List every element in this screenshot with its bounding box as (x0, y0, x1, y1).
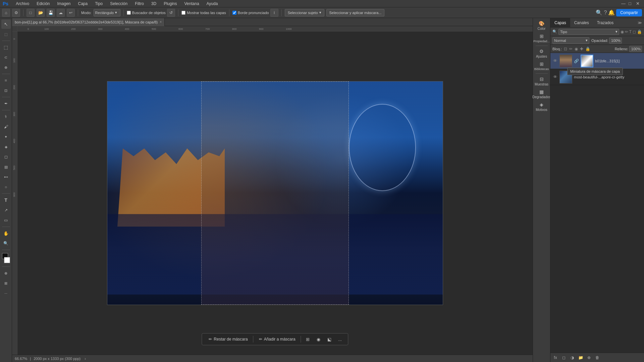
lasso-tool[interactable]: ⊂ (1, 53, 11, 62)
history-tool[interactable]: ◈ (1, 142, 11, 152)
patterns-panel-button[interactable]: ◈ Motivos (535, 101, 548, 113)
help-button[interactable]: ? (604, 10, 607, 16)
mask-copy-button[interactable]: ⊞ (304, 335, 312, 343)
eyedropper-tool[interactable]: ✒ (1, 99, 11, 108)
layer-1-visibility[interactable]: 👁 (552, 74, 558, 79)
layers-icon3[interactable]: T (629, 29, 632, 34)
maximize-button[interactable]: □ (629, 1, 634, 6)
search-button[interactable]: 🔍 (596, 9, 602, 16)
layer-add-button[interactable]: ⊕ (585, 354, 593, 361)
eraser-tool[interactable]: ◻ (1, 152, 11, 162)
hand-tool[interactable]: ✋ (1, 229, 11, 238)
tab-close-button[interactable]: × (160, 20, 162, 24)
mask-more-button[interactable]: ... (336, 335, 344, 343)
frame-tool[interactable]: ⊡ (1, 86, 11, 95)
lock-all-icon[interactable]: 🔒 (585, 47, 590, 51)
subtract-mask-button[interactable]: ✏ Restar de máscara (206, 336, 250, 343)
menu-ventana[interactable]: Ventana (183, 1, 201, 7)
lock-art-icon[interactable]: ◉ (575, 47, 578, 51)
menu-tipo[interactable]: Tipo (94, 1, 104, 7)
layer-row-0[interactable]: 👁 🔗 b01bfe...315[1] (550, 53, 644, 69)
layers-panel-collapse[interactable]: ≫ (638, 20, 642, 25)
close-button[interactable]: ✕ (636, 1, 641, 6)
minimize-button[interactable]: — (621, 1, 627, 6)
libraries-panel-button[interactable]: ⊞ Bibliotecas (535, 60, 548, 72)
menu-capa[interactable]: Capa (77, 1, 89, 7)
menu-3d[interactable]: 3D (150, 1, 158, 7)
type-tool[interactable]: T (1, 195, 11, 205)
layers-tab-canales[interactable]: Canales (570, 18, 593, 27)
zoom-tool[interactable]: 🔍 (1, 239, 11, 248)
menu-edicion[interactable]: Edición (35, 1, 51, 7)
clone-tool[interactable]: ✦ (1, 132, 11, 141)
menu-imagen[interactable]: Imagen (56, 1, 72, 7)
gradients-panel-button[interactable]: ▦ Degradados (535, 88, 548, 100)
canvas-tab[interactable]: bon-jovi[1].jpg al 66,7% (b01bfee02bf363… (12, 18, 165, 26)
notifications-button[interactable]: 🔔 (608, 9, 615, 16)
spot-heal-tool[interactable]: ⚕ (1, 112, 11, 121)
add-mask-button[interactable]: ✏ Añadir a máscara (256, 336, 298, 343)
layers-icon1[interactable]: ◉ (621, 29, 624, 34)
undo-button[interactable]: ↩ (67, 9, 75, 17)
show-all-layers-checkbox[interactable] (181, 11, 185, 15)
lock-transparent-icon[interactable]: ⊡ (564, 47, 567, 51)
fill-value[interactable]: 100% (629, 46, 642, 52)
color-swatches[interactable] (1, 253, 11, 263)
layers-search-dropdown[interactable]: Tipo ▾ (558, 29, 619, 35)
path-tool[interactable]: ↗ (1, 205, 11, 215)
layers-tab-trazados[interactable]: Trazados (593, 18, 618, 27)
menu-archivo[interactable]: Archivo (14, 1, 31, 7)
new-document-button[interactable]: □ (26, 9, 35, 17)
save-button[interactable]: 💾 (47, 9, 55, 17)
lock-paint-icon[interactable]: ✏ (569, 47, 573, 51)
blur-tool[interactable]: ⊷ (1, 172, 11, 182)
select-mask-button[interactable]: Seleccionar y aplicar máscara... (326, 9, 385, 16)
layer-row-1[interactable]: 👁 most-beautiful-...apore-cr-getty Minia… (550, 69, 644, 85)
layer-adjustment-button[interactable]: ◑ (569, 354, 576, 361)
layers-icon5[interactable]: 🔒 (637, 29, 642, 34)
menu-seleccion[interactable]: Selección (109, 1, 129, 7)
layer-0-visibility[interactable]: 👁 (552, 58, 558, 63)
canvas-viewport[interactable]: ✏ Restar de máscara ✏ Añadir a máscara ⊞… (17, 32, 533, 355)
open-button[interactable]: 📂 (37, 9, 45, 17)
refine-edge-info[interactable]: i (270, 9, 278, 17)
adjustments-panel-button[interactable]: ⚙ Ajustes (535, 47, 548, 59)
properties-panel-button[interactable]: ⊞ Propiedad... (535, 32, 548, 44)
swatches-panel-button[interactable]: ⊟ Muestras (535, 75, 548, 87)
refine-edge-checkbox[interactable] (232, 11, 236, 15)
layer-mask-button[interactable]: ◻ (560, 354, 568, 361)
marquee-tool[interactable]: ⬚ (1, 43, 11, 52)
mask-eye-button[interactable]: ◉ (315, 335, 323, 343)
color-panel-button[interactable]: 🎨 Color (535, 19, 548, 32)
mask-invert-button[interactable]: ⬕ (325, 335, 333, 343)
select-subject-button[interactable]: Seleccionar sujeto ▾ (285, 9, 324, 16)
move-tool[interactable]: ↖ (1, 19, 11, 29)
dodge-tool[interactable]: ○ (1, 182, 11, 192)
canvas-image[interactable] (107, 81, 443, 305)
background-color[interactable] (4, 257, 10, 263)
layer-group-button[interactable]: 📁 (577, 354, 584, 361)
shape-tool[interactable]: ▭ (1, 216, 11, 225)
layers-icon2[interactable]: ✏ (625, 29, 628, 34)
home-button[interactable]: ⌂ (2, 9, 10, 17)
tool-options-button[interactable]: ⚙ (12, 9, 20, 17)
layer-delete-button[interactable]: 🗑 (594, 354, 601, 361)
quick-mask-tool[interactable]: ⊕ (1, 268, 11, 278)
find-subject-checkbox[interactable] (127, 11, 131, 15)
quick-select-tool[interactable]: ⊕ (1, 63, 11, 72)
layer-fx-button[interactable]: fx (552, 354, 559, 361)
menu-ayuda[interactable]: Ayuda (205, 1, 219, 7)
layer-0-mask-thumb[interactable] (581, 55, 593, 67)
find-subject-refresh[interactable]: ↺ (167, 9, 175, 17)
crop-tool[interactable]: ⌗ (1, 76, 11, 85)
menu-plugins[interactable]: Plugins (162, 1, 178, 7)
menu-filtro[interactable]: Filtro (133, 1, 145, 7)
mode-dropdown[interactable]: Rectángulo ▾ (94, 9, 120, 16)
opacity-value[interactable]: 100% (609, 38, 622, 44)
layers-tab-capas[interactable]: Capas (550, 18, 570, 27)
blend-mode-dropdown[interactable]: Normal ▾ (552, 37, 589, 44)
save-cloud-button[interactable]: ☁ (57, 9, 65, 17)
brush-tool[interactable]: 🖌 (1, 122, 11, 131)
share-button[interactable]: Compartir (616, 9, 642, 16)
screen-mode-button[interactable]: ⊞ (1, 279, 11, 288)
